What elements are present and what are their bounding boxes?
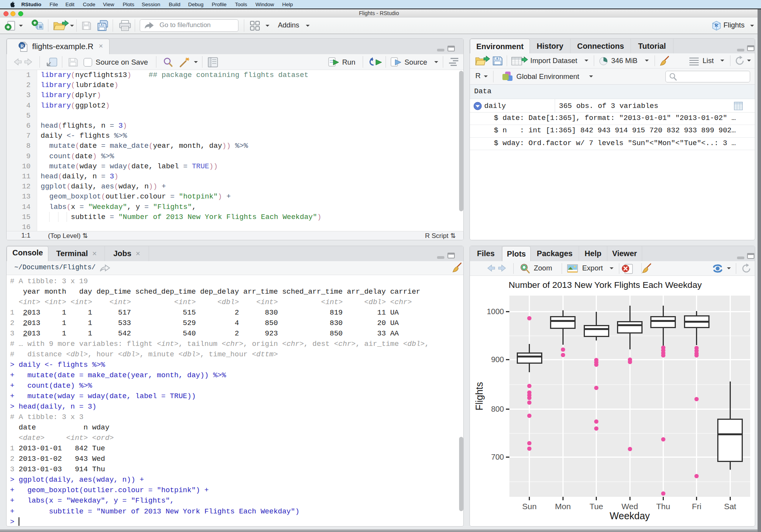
svg-text:R: R [715,22,718,28]
svg-text:R: R [39,24,43,29]
svg-text:R: R [21,43,24,49]
